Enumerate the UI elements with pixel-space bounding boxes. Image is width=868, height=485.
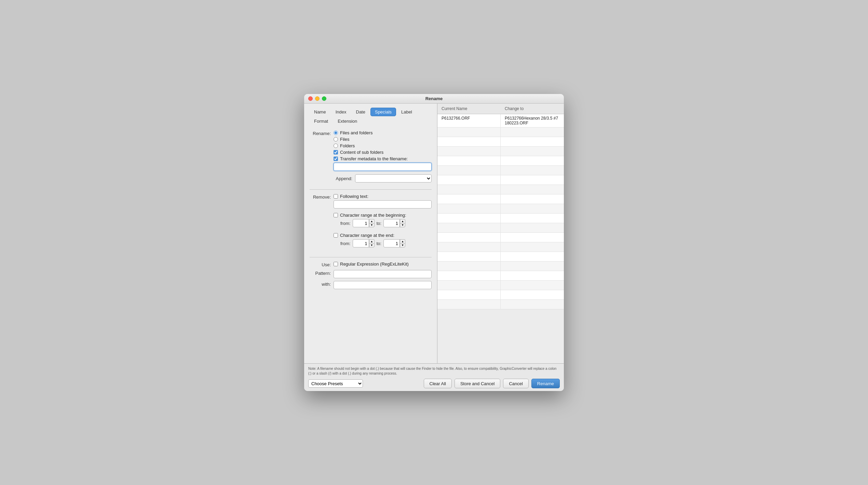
title-bar: Rename xyxy=(304,94,564,104)
table-row xyxy=(437,290,564,300)
from-stepper-up-2[interactable]: ▲ xyxy=(369,239,375,243)
td-current-8 xyxy=(437,194,501,204)
following-text-label: Following text: xyxy=(340,194,368,199)
to-stepper-up-2[interactable]: ▲ xyxy=(400,239,405,243)
note-text: Note: A filename should not begin with a… xyxy=(308,366,560,376)
td-current-17 xyxy=(437,281,501,290)
td-current-16 xyxy=(437,271,501,280)
table-row xyxy=(437,242,564,252)
store-and-cancel-button[interactable]: Store and Cancel xyxy=(455,379,500,388)
td-change-7 xyxy=(501,185,564,194)
pattern-row: Pattern: xyxy=(310,270,432,278)
append-select[interactable] xyxy=(355,174,432,183)
td-current-15 xyxy=(437,261,501,271)
following-text-input[interactable] xyxy=(334,200,432,208)
tab-specials[interactable]: Specials xyxy=(370,108,396,116)
from-stepper-up-1[interactable]: ▲ xyxy=(369,219,375,223)
append-label: Append: xyxy=(334,176,352,181)
table-row xyxy=(437,223,564,233)
rename-section: Rename: Files and folders Files Folders xyxy=(310,130,432,183)
window-controls xyxy=(308,96,326,101)
with-input[interactable] xyxy=(334,281,432,289)
range-end-inputs: from: 1 ▲ ▼ to: 1 ▲ xyxy=(340,239,432,247)
tab-extension[interactable]: Extension xyxy=(333,117,362,125)
td-current-1 xyxy=(437,127,501,137)
use-section: Use: Regular Expression (RegExLiteKit) xyxy=(310,261,432,267)
checkbox-transfer-metadata-label: Transfer metadata to the filename: xyxy=(340,156,408,161)
with-label: with: xyxy=(310,281,334,287)
checkbox-content-sub-folders[interactable] xyxy=(334,150,338,154)
from-stepper-buttons-1: ▲ ▼ xyxy=(369,219,375,227)
to-stepper-down-2[interactable]: ▼ xyxy=(400,243,405,247)
td-current-12 xyxy=(437,233,501,242)
from-stepper-down-2[interactable]: ▼ xyxy=(369,243,375,247)
char-range-beginning-label: Character range at the beginning: xyxy=(340,213,406,218)
tab-format[interactable]: Format xyxy=(310,117,333,125)
checkbox-regex[interactable] xyxy=(334,262,338,266)
td-change-4 xyxy=(501,156,564,165)
checkbox-char-range-beginning[interactable] xyxy=(334,213,338,217)
from-input-2[interactable]: 1 xyxy=(353,239,369,247)
td-change-1 xyxy=(501,127,564,137)
checkbox-transfer-metadata[interactable] xyxy=(334,157,338,161)
td-current-2 xyxy=(437,137,501,146)
td-current-10 xyxy=(437,214,501,223)
pattern-input[interactable] xyxy=(334,270,432,278)
checkbox-transfer-metadata-row: Transfer metadata to the filename: xyxy=(334,156,432,161)
regex-label: Regular Expression (RegExLiteKit) xyxy=(340,261,409,267)
tab-date[interactable]: Date xyxy=(352,108,370,116)
table-row xyxy=(437,271,564,281)
presets-select[interactable]: Choose Presets xyxy=(308,379,363,388)
radio-files-and-folders-label: Files and folders xyxy=(340,130,372,135)
left-panel: Name Index Date Specials Label Format Ex… xyxy=(304,104,437,363)
to-input-1[interactable]: 1 xyxy=(383,219,400,227)
to-stepper-down-1[interactable]: ▼ xyxy=(400,223,405,227)
checkbox-following-text[interactable] xyxy=(334,194,338,199)
td-change-10 xyxy=(501,214,564,223)
rename-button[interactable]: Rename xyxy=(531,379,560,388)
to-label-1: to: xyxy=(377,221,381,226)
from-input-1[interactable]: 1 xyxy=(353,219,369,227)
divider-1 xyxy=(310,189,432,190)
tab-index[interactable]: Index xyxy=(331,108,351,116)
td-current-6 xyxy=(437,175,501,185)
clear-all-button[interactable]: Clear All xyxy=(424,379,452,388)
from-stepper-down-1[interactable]: ▼ xyxy=(369,223,375,227)
maximize-button[interactable] xyxy=(322,96,326,101)
td-current-7 xyxy=(437,185,501,194)
close-button[interactable] xyxy=(308,96,313,101)
use-controls: Regular Expression (RegExLiteKit) xyxy=(334,261,432,267)
minimize-button[interactable] xyxy=(315,96,320,101)
checkbox-char-range-beginning-row: Character range at the beginning: xyxy=(334,213,432,218)
radio-folders-row: Folders xyxy=(334,143,432,148)
with-row: with: xyxy=(310,281,432,289)
table-rows: P6132766.ORF P6132766Hexanon 28/3.5 #718… xyxy=(437,114,564,363)
tab-name[interactable]: Name xyxy=(310,108,330,116)
radio-files[interactable] xyxy=(334,137,338,142)
td-change-2 xyxy=(501,137,564,146)
with-controls xyxy=(334,281,432,289)
from-stepper-1: 1 ▲ ▼ xyxy=(353,219,375,227)
tab-label[interactable]: Label xyxy=(397,108,417,116)
radio-files-and-folders[interactable] xyxy=(334,131,338,135)
td-change-6 xyxy=(501,175,564,185)
table-row xyxy=(437,156,564,166)
table-row xyxy=(437,261,564,271)
transfer-metadata-input[interactable]: &name &0XA434.&extension xyxy=(334,163,432,171)
from-label-1: from: xyxy=(340,221,351,226)
td-current-18 xyxy=(437,290,501,299)
remove-controls: Following text: Character range at the b… xyxy=(334,194,432,250)
td-change-17 xyxy=(501,281,564,290)
to-input-2[interactable]: 1 xyxy=(383,239,400,247)
checkbox-content-sub-folders-label: Content of sub folders xyxy=(340,150,383,155)
to-stepper-buttons-1: ▲ ▼ xyxy=(400,219,405,227)
radio-folders[interactable] xyxy=(334,144,338,148)
checkbox-char-range-end[interactable] xyxy=(334,233,338,238)
cancel-button[interactable]: Cancel xyxy=(503,379,528,388)
header-current-name: Current Name xyxy=(437,106,501,111)
from-stepper-buttons-2: ▲ ▼ xyxy=(369,239,375,247)
right-buttons: Clear All Store and Cancel Cancel Rename xyxy=(424,379,560,388)
to-stepper-up-1[interactable]: ▲ xyxy=(400,219,405,223)
radio-files-and-folders-row: Files and folders xyxy=(334,130,432,135)
td-change-18 xyxy=(501,290,564,299)
